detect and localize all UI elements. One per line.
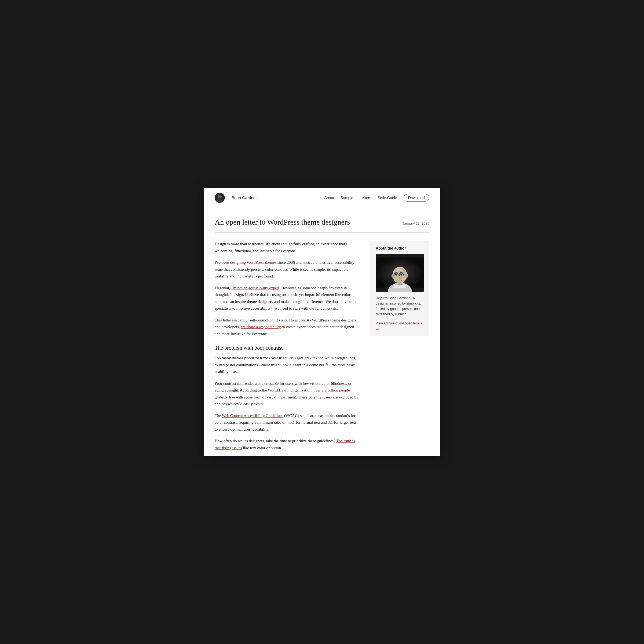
link-wcag[interactable]: Web Content Accessibility Guidelines — [222, 414, 283, 418]
article-date: January 12, 2025 — [403, 221, 429, 225]
author-archive-link[interactable]: View archive of my open letters → — [376, 321, 422, 330]
site-title: Brian Gardner — [232, 195, 257, 200]
author-portrait — [376, 254, 424, 292]
article-body: Design is more than aesthetics. It's abo… — [215, 241, 360, 456]
svg-point-8 — [391, 274, 394, 278]
svg-point-9 — [405, 274, 408, 278]
paragraph-6: Poor contrast can render a site unusable… — [215, 380, 360, 408]
site-header: Brian Gardner About Sample Letters Style… — [204, 188, 440, 208]
link-not-accessibility-expert[interactable]: I'm not an accessibility expert — [231, 286, 279, 290]
svg-point-1 — [218, 195, 222, 199]
author-box-title: About the author — [376, 246, 424, 250]
nav-about[interactable]: About — [324, 196, 334, 200]
paragraph-3: I'll admit, I'm not an accessibility exp… — [215, 285, 360, 312]
svg-point-17 — [394, 268, 401, 272]
author-photo — [376, 254, 424, 292]
paragraph-1: Design is more than aesthetics. It's abo… — [215, 241, 360, 254]
browser-window: Brian Gardner About Sample Letters Style… — [204, 188, 440, 456]
article-title: An open letter to WordPress theme design… — [215, 217, 350, 227]
link-designing-wp-themes[interactable]: designing WordPress themes — [230, 260, 277, 265]
link-share-responsibility[interactable]: we share a responsibility — [241, 325, 281, 329]
avatar — [215, 193, 225, 203]
section-heading-contrast: The problem with poor contrast — [215, 345, 360, 351]
paragraph-4: This letter isn't about self-promotion; … — [215, 317, 360, 338]
svg-point-16 — [400, 274, 402, 276]
nav-download-button[interactable]: Download — [404, 194, 429, 202]
nav-letters[interactable]: Letters — [360, 196, 371, 200]
svg-point-15 — [395, 274, 397, 276]
logo-divider — [228, 195, 228, 201]
article-divider — [215, 232, 429, 233]
link-2-billion-people[interactable]: over 2.2 billion people — [313, 388, 350, 392]
content-layout: Design is more than aesthetics. It's abo… — [215, 241, 429, 456]
article-header: An open letter to WordPress theme design… — [215, 208, 429, 232]
paragraph-8: How often do we, as designers, take the … — [215, 438, 360, 451]
paragraph-2: I've been designing WordPress themes sin… — [215, 259, 360, 280]
site-branding: Brian Gardner — [215, 193, 257, 203]
author-bio: Hey, I'm Brian Gardner—a designer inspir… — [376, 295, 424, 317]
nav-style-guide[interactable]: Style Guide — [378, 196, 397, 200]
site-nav: About Sample Letters Style Guide Downloa… — [324, 194, 429, 202]
article-sidebar: About the author — [370, 241, 429, 336]
nav-sample[interactable]: Sample — [341, 196, 353, 200]
site-logo — [215, 193, 225, 203]
paragraph-5: Too many themes prioritize trends over u… — [215, 355, 360, 375]
paragraph-7: The Web Content Accessibility Guidelines… — [215, 412, 360, 433]
author-box: About the author — [370, 241, 429, 336]
main-content: An open letter to WordPress theme design… — [204, 208, 440, 456]
